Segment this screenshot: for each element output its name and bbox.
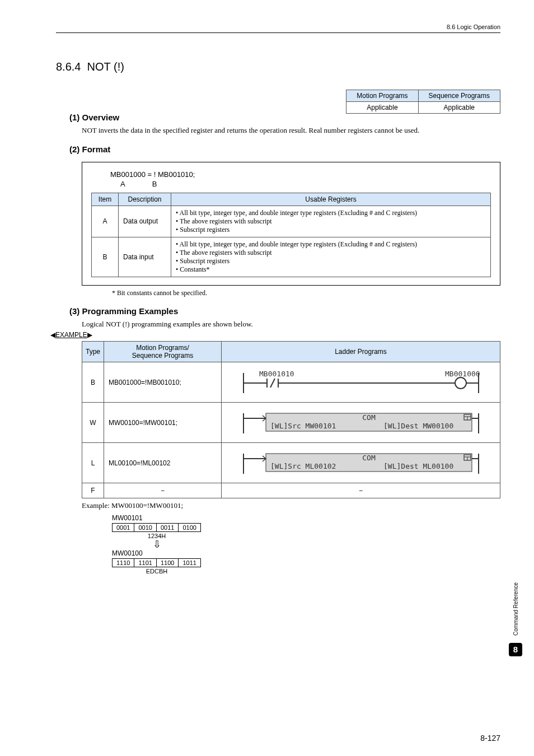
svg-text:MB001010: MB001010	[259, 370, 294, 378]
format-table: Item Description Usable Registers A Data…	[91, 193, 491, 277]
side-tab-number: 8	[509, 643, 522, 656]
format-heading: (2) Format	[69, 144, 500, 154]
down-arrow-icon: ⇩	[112, 540, 202, 548]
row-a-desc: Data output	[119, 206, 171, 237]
overview-text: NOT inverts the data in the specified re…	[82, 125, 500, 136]
row-l-ladder: COM [WL]Src ML00102 [WL]Dest ML00100	[222, 443, 500, 483]
row-b-desc: Data input	[119, 237, 171, 277]
th-reg: Usable Registers	[171, 193, 491, 206]
header-breadcrumb: 8.6 Logic Operation	[447, 24, 500, 30]
row-b-item: B	[92, 237, 119, 277]
row-l-type: L	[82, 443, 104, 483]
svg-point-9	[455, 377, 466, 389]
svg-text:[WL]Src  MW00101: [WL]Src MW00101	[270, 422, 336, 430]
bit-table-2: 1110 1101 1100 1011	[112, 558, 201, 567]
svg-text:[WL]Dest  MW00100: [WL]Dest MW00100	[383, 422, 453, 430]
svg-text:MB001000: MB001000	[445, 370, 480, 378]
bit-table-1: 0001 0010 0011 0100	[112, 523, 201, 532]
example-line: Example: MW00100=!MW00101;	[82, 501, 500, 511]
row-f-ladder: −	[222, 483, 500, 498]
th-lp: Ladder Programs	[222, 342, 500, 362]
ladder-b-svg: MB001010 MB001000	[238, 368, 484, 396]
row-w-code: MW00100=!MW00101;	[104, 403, 222, 443]
appl-v2: Applicable	[418, 102, 500, 114]
appl-v1: Applicable	[346, 102, 418, 114]
svg-text:COM: COM	[362, 413, 376, 422]
row-w-ladder: COM [WL]Src MW00101 [WL]Dest MW00100	[222, 403, 500, 443]
row-f-code: −	[104, 483, 222, 498]
appl-h2: Sequence Programs	[418, 90, 500, 102]
row-b-reg: All bit type, integer type, and double i…	[171, 237, 491, 277]
row-l-code: ML00100=!ML00102	[104, 443, 222, 483]
row-b-ladder: MB001010 MB001000	[222, 362, 500, 403]
section-number: 8.6.4	[56, 60, 81, 73]
svg-text:[WL]Src  ML00102: [WL]Src ML00102	[270, 462, 336, 470]
overview-heading: (1) Overview	[69, 113, 500, 122]
row-a-item: A	[92, 206, 119, 237]
format-code: MB001000 = ! MB001010;	[110, 170, 491, 179]
row-b-type: B	[82, 362, 104, 403]
bit-diagram: MW00101 0001 0010 0011 0100 1234H ⇩ MW00…	[112, 514, 500, 575]
svg-line-7	[270, 379, 275, 388]
row-a-reg: All bit type, integer type, and double i…	[171, 206, 491, 237]
main-content: 8.6.4 NOT (!) Motion Programs Sequence P…	[56, 60, 500, 575]
format-ab-labels: AB	[120, 180, 491, 188]
th-type: Type	[82, 342, 104, 362]
format-b: B	[152, 180, 184, 188]
row-b-code: MB001000=!MB001010;	[104, 362, 222, 403]
applicability-table: Motion Programs Sequence Programs Applic…	[346, 90, 500, 114]
svg-text:[WL]Dest  ML00100: [WL]Dest ML00100	[383, 462, 453, 470]
side-tab: Command Reference 8	[508, 582, 523, 656]
examples-text: Logical NOT (!) programming examples are…	[82, 319, 500, 329]
bit-hex-2: EDCBH	[112, 568, 202, 575]
row-f-type: F	[82, 483, 104, 498]
ladder-l-svg: COM [WL]Src ML00102 [WL]Dest ML00100	[238, 450, 484, 476]
examples-table: Type Motion Programs/ Sequence Programs …	[82, 341, 500, 498]
ladder-w-svg: COM [WL]Src MW00101 [WL]Dest MW00100	[238, 410, 484, 436]
format-box: MB001000 = ! MB001010; AB Item Descripti…	[82, 162, 500, 286]
format-a: A	[120, 180, 152, 188]
row-w-type: W	[82, 403, 104, 443]
header-rule	[56, 32, 500, 33]
format-footnote: * Bit constants cannot be specified.	[112, 289, 500, 297]
svg-text:COM: COM	[362, 454, 376, 462]
bit-hex-1: 1234H	[112, 533, 202, 539]
th-mp: Motion Programs/ Sequence Programs	[104, 342, 222, 362]
section-name: NOT (!)	[87, 60, 124, 73]
bit-label-2: MW00100	[112, 549, 500, 557]
appl-h1: Motion Programs	[346, 90, 418, 102]
bit-label-1: MW00101	[112, 514, 500, 522]
section-title: 8.6.4 NOT (!)	[56, 60, 500, 73]
side-tab-text: Command Reference	[513, 582, 519, 636]
th-item: Item	[92, 193, 119, 206]
examples-heading: (3) Programming Examples	[69, 306, 500, 316]
page-number: 8-127	[480, 734, 500, 743]
th-desc: Description	[119, 193, 171, 206]
example-marker: EXAMPLE	[50, 331, 92, 339]
